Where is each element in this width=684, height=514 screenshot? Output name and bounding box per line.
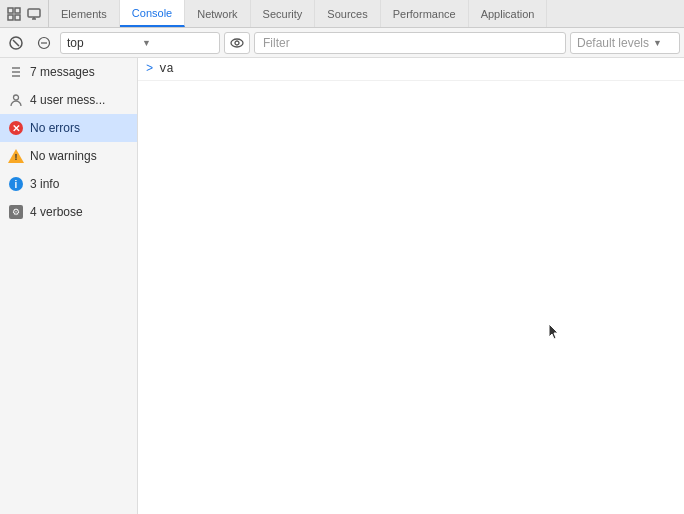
list-icon — [8, 64, 24, 80]
sidebar-item-warnings[interactable]: ! No warnings — [0, 142, 137, 170]
svg-rect-1 — [15, 8, 20, 13]
devtools-icons — [0, 0, 49, 27]
console-text: va — [159, 62, 173, 76]
levels-chevron-icon: ▼ — [653, 38, 662, 48]
user-icon — [8, 92, 24, 108]
preserve-log-button[interactable] — [224, 32, 250, 54]
tab-elements[interactable]: Elements — [49, 0, 120, 27]
inspect-icon[interactable] — [5, 5, 23, 23]
chevron-down-icon: ▼ — [142, 38, 213, 48]
svg-rect-2 — [8, 15, 13, 20]
svg-rect-3 — [15, 15, 20, 20]
tab-security[interactable]: Security — [251, 0, 316, 27]
device-icon[interactable] — [25, 5, 43, 23]
warning-icon: ! — [8, 148, 24, 164]
sidebar-item-verbose[interactable]: ⚙ 4 verbose — [0, 198, 137, 226]
clear-console-button[interactable] — [4, 31, 28, 55]
no-filter-icon[interactable] — [32, 31, 56, 55]
verbose-icon: ⚙ — [8, 204, 24, 220]
sidebar: 7 messages 4 user mess... ✕ No errors ! — [0, 58, 138, 514]
log-levels-selector[interactable]: Default levels ▼ — [570, 32, 680, 54]
tab-bar: Elements Console Network Security Source… — [0, 0, 684, 28]
svg-line-8 — [13, 40, 19, 46]
tab-sources[interactable]: Sources — [315, 0, 380, 27]
console-arrow-icon: > — [146, 62, 153, 76]
sidebar-item-user-messages[interactable]: 4 user mess... — [0, 86, 137, 114]
sidebar-item-info[interactable]: i 3 info — [0, 170, 137, 198]
sidebar-item-messages[interactable]: 7 messages — [0, 58, 137, 86]
console-content: > va — [138, 58, 684, 514]
filter-input[interactable] — [254, 32, 566, 54]
tab-performance[interactable]: Performance — [381, 0, 469, 27]
tab-console[interactable]: Console — [120, 0, 185, 27]
svg-rect-0 — [8, 8, 13, 13]
context-selector[interactable]: top ▼ — [60, 32, 220, 54]
tab-network[interactable]: Network — [185, 0, 250, 27]
mouse-cursor — [548, 323, 560, 339]
error-icon: ✕ — [8, 120, 24, 136]
svg-point-11 — [231, 39, 243, 47]
svg-point-12 — [235, 41, 239, 45]
tab-application[interactable]: Application — [469, 0, 548, 27]
console-line: > va — [138, 58, 684, 81]
console-toolbar: top ▼ Default levels ▼ — [0, 28, 684, 58]
info-icon: i — [8, 176, 24, 192]
sidebar-item-errors[interactable]: ✕ No errors — [0, 114, 137, 142]
svg-rect-4 — [28, 9, 40, 17]
svg-point-16 — [14, 95, 19, 100]
main-layout: 7 messages 4 user mess... ✕ No errors ! — [0, 58, 684, 514]
